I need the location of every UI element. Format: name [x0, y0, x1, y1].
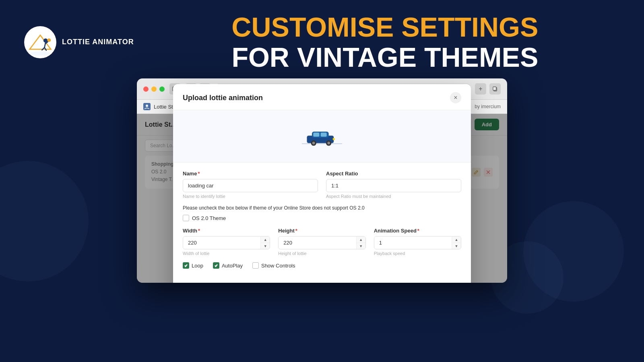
page-header: LOTTIE ANIMATOR CUSTOMISE SETTINGS FOR V…: [0, 0, 644, 84]
width-increment-button[interactable]: ▲: [261, 237, 270, 243]
new-tab-button[interactable]: +: [475, 83, 486, 95]
speed-input[interactable]: [374, 237, 452, 249]
modal-title: Upload lottie animation: [183, 94, 263, 102]
speed-hint: Playback speed: [374, 251, 461, 256]
extension-author: by imercium: [475, 104, 501, 109]
name-input[interactable]: [183, 179, 318, 192]
svg-point-30: [312, 142, 315, 144]
autoplay-checkbox-item: AutoPlay: [213, 262, 243, 269]
maximize-traffic-light[interactable]: [159, 86, 165, 92]
os-warning-text: Please uncheck the box below if theme of…: [183, 205, 461, 211]
form-group-aspect: Aspect Ratio Aspect Ratio must be mainta…: [326, 171, 461, 199]
aspect-ratio-hint: Aspect Ratio must be maintained: [326, 194, 461, 199]
extension-icon: [143, 103, 151, 110]
height-decrement-button[interactable]: ▼: [357, 243, 365, 249]
width-label: Width*: [183, 228, 270, 234]
form-group-name: Name* Name to identify lottie: [183, 171, 318, 199]
form-group-width: Width* ▲ ▼ Width of lottie: [183, 228, 270, 256]
title-line2: FOR VINTAGE THEMES: [150, 42, 620, 72]
width-spinner-buttons: ▲ ▼: [260, 237, 270, 249]
width-input[interactable]: [183, 237, 260, 249]
checkboxes-row: Loop AutoPlay Show Controls: [183, 262, 461, 269]
aspect-ratio-input[interactable]: [326, 179, 461, 192]
os-checkbox[interactable]: [183, 215, 189, 221]
show-controls-checkbox[interactable]: [252, 262, 259, 269]
svg-point-32: [327, 142, 330, 144]
height-input[interactable]: [279, 237, 356, 249]
svg-point-8: [47, 38, 51, 42]
close-traffic-light[interactable]: [143, 86, 149, 92]
browser-window: Search or enter website name + Lottie St…: [137, 78, 507, 283]
svg-point-16: [146, 105, 148, 107]
show-controls-checkbox-item: Show Controls: [252, 262, 295, 269]
height-spinner-buttons: ▲ ▼: [356, 237, 365, 249]
traffic-lights: [143, 86, 165, 92]
height-label: Height*: [278, 228, 365, 234]
svg-point-1: [31, 51, 50, 56]
title-line1: CUSTOMISE SETTINGS: [150, 12, 620, 42]
name-hint: Name to identify lottie: [183, 194, 318, 199]
svg-rect-27: [313, 132, 319, 136]
aspect-ratio-label: Aspect Ratio: [326, 171, 461, 177]
header-title: CUSTOMISE SETTINGS FOR VINTAGE THEMES: [150, 12, 620, 72]
svg-rect-28: [321, 132, 327, 136]
logo-container: LOTTIE ANIMATOR: [24, 26, 134, 58]
svg-rect-14: [493, 87, 496, 90]
browser-actions: +: [475, 83, 501, 95]
form-group-height: Height* ▲ ▼ Height of lottie: [278, 228, 365, 256]
height-hint: Height of lottie: [278, 251, 365, 256]
speed-label: Animation Speed*: [374, 228, 461, 234]
loop-label: Loop: [192, 263, 203, 269]
os-checkbox-row: OS 2.0 Theme: [183, 215, 461, 221]
copy-tab-button[interactable]: [489, 83, 501, 95]
width-hint: Width of lottie: [183, 251, 270, 256]
os-checkbox-label: OS 2.0 Theme: [192, 215, 226, 221]
autoplay-label: AutoPlay: [222, 263, 243, 269]
bg-decor-1: [0, 161, 89, 282]
speed-spinner-buttons: ▲ ▼: [452, 237, 461, 249]
logo-icon: [24, 26, 56, 58]
speed-spinner: ▲ ▼: [374, 236, 461, 249]
browser-body: Lottie St... Add Search Lo... Shopping..…: [137, 114, 507, 283]
logo-text: LOTTIE ANIMATOR: [62, 37, 134, 47]
speed-decrement-button[interactable]: ▼: [452, 243, 461, 249]
modal-overlay: Upload lottie animation ×: [137, 114, 507, 283]
width-decrement-button[interactable]: ▼: [261, 243, 270, 249]
form-row-dimensions: Width* ▲ ▼ Width of lottie: [183, 228, 461, 256]
name-label: Name*: [183, 171, 318, 177]
speed-increment-button[interactable]: ▲: [452, 237, 461, 243]
modal-header: Upload lottie animation ×: [173, 84, 471, 110]
loop-checkbox-item: Loop: [183, 262, 203, 269]
height-spinner: ▲ ▼: [278, 236, 365, 249]
car-animation-svg: [302, 126, 342, 146]
svg-rect-33: [333, 138, 335, 140]
form-row-name-aspect: Name* Name to identify lottie Aspect Rat…: [183, 171, 461, 199]
modal-close-button[interactable]: ×: [450, 92, 461, 103]
animation-preview: [173, 110, 471, 162]
loop-checkbox[interactable]: [183, 262, 189, 269]
upload-modal: Upload lottie animation ×: [173, 84, 471, 283]
modal-body: Name* Name to identify lottie Aspect Rat…: [173, 162, 471, 283]
autoplay-checkbox[interactable]: [213, 262, 219, 269]
width-spinner: ▲ ▼: [183, 236, 270, 249]
height-increment-button[interactable]: ▲: [357, 237, 365, 243]
form-group-speed: Animation Speed* ▲ ▼ Playback speed: [374, 228, 461, 256]
show-controls-label: Show Controls: [261, 263, 295, 269]
minimize-traffic-light[interactable]: [151, 86, 157, 92]
